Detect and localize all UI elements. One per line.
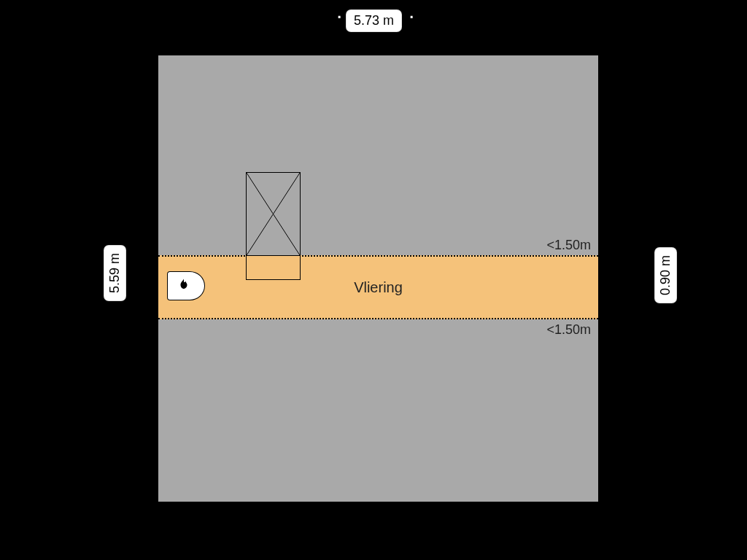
- dimension-height-label: 5.59 m: [104, 246, 125, 300]
- stair-cross-icon: [247, 173, 300, 255]
- boiler-unit: [167, 271, 205, 300]
- room-label: Vliering: [354, 279, 403, 296]
- floorplan-outline: Vliering <1.50m <1.50m: [157, 54, 600, 503]
- stair-hatch: [246, 172, 301, 256]
- dimension-strip-height-label: 0.90 m: [655, 248, 676, 303]
- ceiling-height-note-top: <1.50m: [546, 238, 591, 253]
- ceiling-height-note-bottom: <1.50m: [546, 322, 591, 338]
- dim-tick: ·: [409, 4, 414, 26]
- dimension-width-label: 5.73 m: [347, 10, 401, 31]
- flame-icon: [177, 278, 190, 295]
- usable-floor-strip: Vliering: [158, 255, 598, 319]
- dim-tick: ·: [336, 4, 342, 26]
